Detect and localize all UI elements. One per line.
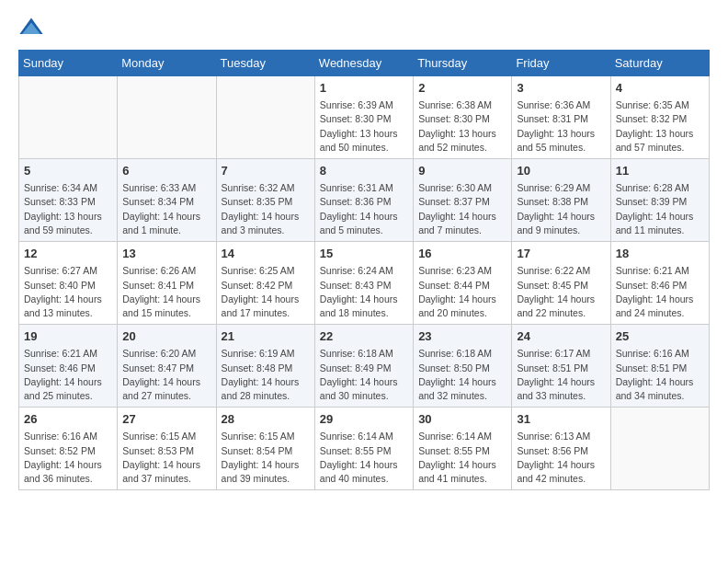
day-number: 27 bbox=[122, 411, 210, 428]
calendar-cell: 4Sunrise: 6:35 AM Sunset: 8:32 PM Daylig… bbox=[610, 76, 709, 159]
day-number: 5 bbox=[24, 163, 112, 179]
calendar-cell: 16Sunrise: 6:23 AM Sunset: 8:44 PM Dayli… bbox=[414, 242, 512, 325]
day-info: Sunrise: 6:14 AM Sunset: 8:55 PM Dayligh… bbox=[418, 430, 506, 486]
day-info: Sunrise: 6:14 AM Sunset: 8:55 PM Dayligh… bbox=[320, 430, 408, 486]
column-header-tuesday: Tuesday bbox=[216, 51, 314, 76]
calendar-week-4: 19Sunrise: 6:21 AM Sunset: 8:46 PM Dayli… bbox=[19, 325, 710, 408]
calendar-cell: 12Sunrise: 6:27 AM Sunset: 8:40 PM Dayli… bbox=[19, 242, 118, 325]
column-header-sunday: Sunday bbox=[19, 51, 118, 76]
calendar-cell: 30Sunrise: 6:14 AM Sunset: 8:55 PM Dayli… bbox=[414, 408, 512, 490]
calendar-table: SundayMondayTuesdayWednesdayThursdayFrid… bbox=[18, 50, 710, 490]
day-number: 4 bbox=[616, 80, 704, 97]
day-info: Sunrise: 6:39 AM Sunset: 8:30 PM Dayligh… bbox=[320, 98, 408, 155]
calendar-cell: 1Sunrise: 6:39 AM Sunset: 8:30 PM Daylig… bbox=[314, 76, 413, 159]
day-number: 17 bbox=[517, 246, 605, 262]
logo-icon bbox=[18, 15, 44, 40]
calendar-cell: 13Sunrise: 6:26 AM Sunset: 8:41 PM Dayli… bbox=[118, 242, 216, 325]
day-number: 10 bbox=[517, 163, 605, 179]
day-info: Sunrise: 6:22 AM Sunset: 8:45 PM Dayligh… bbox=[517, 264, 605, 320]
day-number: 18 bbox=[616, 246, 704, 262]
day-number: 24 bbox=[517, 328, 605, 345]
calendar-week-2: 5Sunrise: 6:34 AM Sunset: 8:33 PM Daylig… bbox=[19, 159, 710, 242]
column-header-saturday: Saturday bbox=[610, 51, 709, 76]
day-number: 2 bbox=[418, 80, 506, 97]
day-number: 26 bbox=[24, 411, 112, 428]
day-info: Sunrise: 6:21 AM Sunset: 8:46 PM Dayligh… bbox=[24, 347, 112, 403]
calendar-cell: 25Sunrise: 6:16 AM Sunset: 8:51 PM Dayli… bbox=[610, 325, 709, 408]
calendar-cell bbox=[610, 408, 709, 490]
calendar-cell: 23Sunrise: 6:18 AM Sunset: 8:50 PM Dayli… bbox=[414, 325, 512, 408]
calendar-cell bbox=[216, 76, 314, 159]
calendar-cell: 10Sunrise: 6:29 AM Sunset: 8:38 PM Dayli… bbox=[512, 159, 610, 242]
day-number: 20 bbox=[122, 328, 210, 345]
calendar-cell: 7Sunrise: 6:32 AM Sunset: 8:35 PM Daylig… bbox=[216, 159, 314, 242]
calendar-cell: 21Sunrise: 6:19 AM Sunset: 8:48 PM Dayli… bbox=[216, 325, 314, 408]
day-info: Sunrise: 6:38 AM Sunset: 8:30 PM Dayligh… bbox=[418, 98, 506, 155]
day-info: Sunrise: 6:31 AM Sunset: 8:36 PM Dayligh… bbox=[320, 181, 408, 237]
day-number: 23 bbox=[418, 328, 506, 345]
day-info: Sunrise: 6:20 AM Sunset: 8:47 PM Dayligh… bbox=[122, 347, 210, 403]
day-number: 28 bbox=[222, 411, 310, 428]
day-info: Sunrise: 6:27 AM Sunset: 8:40 PM Dayligh… bbox=[24, 264, 112, 320]
day-number: 30 bbox=[418, 411, 506, 428]
day-info: Sunrise: 6:23 AM Sunset: 8:44 PM Dayligh… bbox=[418, 264, 506, 320]
calendar-cell: 14Sunrise: 6:25 AM Sunset: 8:42 PM Dayli… bbox=[216, 242, 314, 325]
calendar-cell: 22Sunrise: 6:18 AM Sunset: 8:49 PM Dayli… bbox=[314, 325, 413, 408]
day-info: Sunrise: 6:26 AM Sunset: 8:41 PM Dayligh… bbox=[122, 264, 210, 320]
calendar-cell: 11Sunrise: 6:28 AM Sunset: 8:39 PM Dayli… bbox=[610, 159, 709, 242]
calendar-cell: 18Sunrise: 6:21 AM Sunset: 8:46 PM Dayli… bbox=[610, 242, 709, 325]
day-number: 29 bbox=[320, 411, 408, 428]
logo bbox=[18, 15, 48, 40]
day-info: Sunrise: 6:16 AM Sunset: 8:52 PM Dayligh… bbox=[24, 430, 112, 486]
column-header-thursday: Thursday bbox=[414, 51, 512, 76]
day-number: 15 bbox=[320, 246, 408, 262]
calendar-cell: 6Sunrise: 6:33 AM Sunset: 8:34 PM Daylig… bbox=[118, 159, 216, 242]
column-header-wednesday: Wednesday bbox=[314, 51, 413, 76]
calendar-cell: 8Sunrise: 6:31 AM Sunset: 8:36 PM Daylig… bbox=[314, 159, 413, 242]
day-info: Sunrise: 6:29 AM Sunset: 8:38 PM Dayligh… bbox=[517, 181, 605, 237]
calendar-cell: 27Sunrise: 6:15 AM Sunset: 8:53 PM Dayli… bbox=[118, 408, 216, 490]
calendar-cell: 5Sunrise: 6:34 AM Sunset: 8:33 PM Daylig… bbox=[19, 159, 118, 242]
day-info: Sunrise: 6:15 AM Sunset: 8:54 PM Dayligh… bbox=[222, 430, 310, 486]
day-number: 19 bbox=[24, 328, 112, 345]
day-number: 22 bbox=[320, 328, 408, 345]
calendar-week-5: 26Sunrise: 6:16 AM Sunset: 8:52 PM Dayli… bbox=[19, 408, 710, 490]
day-info: Sunrise: 6:25 AM Sunset: 8:42 PM Dayligh… bbox=[222, 264, 310, 320]
day-info: Sunrise: 6:36 AM Sunset: 8:31 PM Dayligh… bbox=[517, 98, 605, 155]
calendar-cell: 24Sunrise: 6:17 AM Sunset: 8:51 PM Dayli… bbox=[512, 325, 610, 408]
column-header-friday: Friday bbox=[512, 51, 610, 76]
day-info: Sunrise: 6:15 AM Sunset: 8:53 PM Dayligh… bbox=[122, 430, 210, 486]
calendar-cell bbox=[19, 76, 118, 159]
calendar-cell: 2Sunrise: 6:38 AM Sunset: 8:30 PM Daylig… bbox=[414, 76, 512, 159]
day-number: 31 bbox=[517, 411, 605, 428]
calendar-header-row: SundayMondayTuesdayWednesdayThursdayFrid… bbox=[19, 51, 710, 76]
day-info: Sunrise: 6:35 AM Sunset: 8:32 PM Dayligh… bbox=[616, 98, 704, 155]
day-number: 25 bbox=[616, 328, 704, 345]
column-header-monday: Monday bbox=[118, 51, 216, 76]
day-info: Sunrise: 6:13 AM Sunset: 8:56 PM Dayligh… bbox=[517, 430, 605, 486]
day-info: Sunrise: 6:34 AM Sunset: 8:33 PM Dayligh… bbox=[24, 181, 112, 237]
calendar-cell: 29Sunrise: 6:14 AM Sunset: 8:55 PM Dayli… bbox=[314, 408, 413, 490]
calendar-cell: 19Sunrise: 6:21 AM Sunset: 8:46 PM Dayli… bbox=[19, 325, 118, 408]
calendar-cell: 20Sunrise: 6:20 AM Sunset: 8:47 PM Dayli… bbox=[118, 325, 216, 408]
calendar-cell: 9Sunrise: 6:30 AM Sunset: 8:37 PM Daylig… bbox=[414, 159, 512, 242]
calendar-cell: 15Sunrise: 6:24 AM Sunset: 8:43 PM Dayli… bbox=[314, 242, 413, 325]
day-info: Sunrise: 6:17 AM Sunset: 8:51 PM Dayligh… bbox=[517, 347, 605, 403]
day-number: 9 bbox=[418, 163, 506, 179]
day-info: Sunrise: 6:33 AM Sunset: 8:34 PM Dayligh… bbox=[122, 181, 210, 237]
day-number: 12 bbox=[24, 246, 112, 262]
day-number: 21 bbox=[222, 328, 310, 345]
day-number: 3 bbox=[517, 80, 605, 97]
day-number: 14 bbox=[222, 246, 310, 262]
day-number: 8 bbox=[320, 163, 408, 179]
day-info: Sunrise: 6:30 AM Sunset: 8:37 PM Dayligh… bbox=[418, 181, 506, 237]
calendar-cell: 28Sunrise: 6:15 AM Sunset: 8:54 PM Dayli… bbox=[216, 408, 314, 490]
calendar-cell bbox=[118, 76, 216, 159]
calendar-week-3: 12Sunrise: 6:27 AM Sunset: 8:40 PM Dayli… bbox=[19, 242, 710, 325]
day-number: 16 bbox=[418, 246, 506, 262]
day-number: 6 bbox=[122, 163, 210, 179]
day-number: 13 bbox=[122, 246, 210, 262]
day-number: 7 bbox=[222, 163, 310, 179]
day-info: Sunrise: 6:18 AM Sunset: 8:49 PM Dayligh… bbox=[320, 347, 408, 403]
day-info: Sunrise: 6:19 AM Sunset: 8:48 PM Dayligh… bbox=[222, 347, 310, 403]
